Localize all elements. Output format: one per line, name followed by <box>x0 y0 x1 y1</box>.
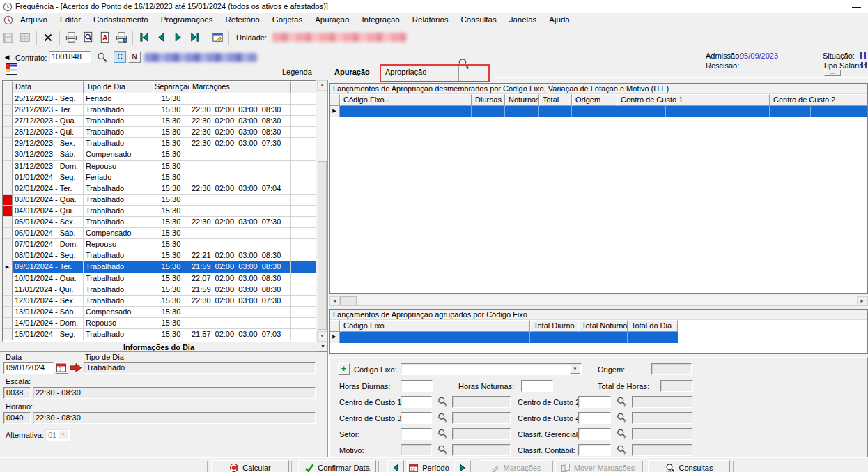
header-codigo-fixo[interactable]: Código Fixo ▵ <box>340 94 472 106</box>
header-codigo-fixo[interactable]: Código Fixo <box>340 320 530 332</box>
header-total-do-dia[interactable]: Total do Dia <box>628 320 678 332</box>
menu-consultas[interactable]: Consultas <box>455 13 503 26</box>
row-selector[interactable] <box>3 284 13 296</box>
horas-noturnas-input[interactable] <box>521 380 553 392</box>
search-icon[interactable]: ? <box>437 444 449 456</box>
codigo-fixo-select[interactable]: ▼ <box>401 363 582 375</box>
classif-contabil-input[interactable] <box>578 444 611 456</box>
day-grid-row[interactable]: 10/01/2024 - Qua.Trabalhado15:3022:07 02… <box>3 273 316 284</box>
scrollbar-thumb[interactable] <box>318 161 327 330</box>
classif-gerencial-input[interactable] <box>578 428 611 440</box>
centro-de-custo-2-input[interactable] <box>578 396 611 408</box>
scrollbar-thumb[interactable] <box>340 296 357 305</box>
header-data[interactable]: Data <box>13 81 84 93</box>
row-selector[interactable] <box>3 149 13 160</box>
calendar-button[interactable]: 7 <box>55 362 68 374</box>
selected-empty-row[interactable]: ▶ <box>330 106 867 117</box>
search-icon[interactable]: ? <box>616 396 628 408</box>
day-grid-row[interactable]: 06/01/2024 - Sáb.Compensado15:30 <box>3 228 316 239</box>
menu-gorjetas[interactable]: Gorjetas <box>266 13 309 26</box>
centro-de-custo-4-input[interactable] <box>578 412 611 424</box>
row-selector[interactable] <box>3 161 13 172</box>
day-grid-row[interactable]: 03/01/2024 - Qua.Trabalhado15:30 <box>3 195 316 206</box>
day-grid-row[interactable]: 04/01/2024 - Qui.Trabalhado15:30 <box>3 206 316 217</box>
row-red-marker[interactable] <box>3 195 13 206</box>
row-red-marker[interactable] <box>3 206 13 217</box>
n-button[interactable]: N <box>128 51 141 63</box>
header-diurnas[interactable]: Diurnas <box>472 94 505 106</box>
data-input[interactable]: 09/01/2024 <box>3 362 54 374</box>
row-selector[interactable] <box>3 217 13 228</box>
tab-apuracao[interactable]: Apuração <box>334 68 370 76</box>
contrato-input[interactable]: 1001848 <box>49 51 91 63</box>
row-selector[interactable] <box>3 138 13 149</box>
day-grid-row[interactable]: 07/01/2024 - Dom.Repouso15:30 <box>3 239 316 250</box>
menu-integração[interactable]: Integração <box>355 13 405 26</box>
day-grid-row[interactable]: 28/12/2023 - Qui.Trabalhado15:3022:30 02… <box>3 127 316 138</box>
header-total-diurno[interactable]: Total Diurno <box>530 320 578 332</box>
row-selector[interactable] <box>3 239 13 250</box>
day-grid-row[interactable]: 30/12/2023 - Sáb.Compensado15:30 <box>3 149 316 160</box>
header-noturnas[interactable]: Noturnas <box>505 94 539 106</box>
day-grid-scrollbar[interactable]: ▲ ▼ <box>317 80 327 342</box>
next-period-button[interactable] <box>454 460 471 472</box>
consultas-button[interactable]: Consultas <box>648 460 730 472</box>
header-separacao[interactable]: Separação <box>153 81 189 93</box>
calcular-button[interactable]: Calcular <box>211 460 289 472</box>
day-grid-row[interactable]: 11/01/2024 - Qui.Trabalhado15:3021:59 02… <box>3 284 316 296</box>
day-grid-row[interactable]: 31/12/2023 - Dom.Repouso15:30 <box>3 161 316 172</box>
menu-janelas[interactable]: Janelas <box>503 13 543 26</box>
day-grid-row[interactable]: 02/01/2024 - Ter.Trabalhado15:3022:30 02… <box>3 183 316 195</box>
delete-icon[interactable] <box>40 29 56 46</box>
day-grid-row[interactable]: 01/01/2024 - Seg.Feriado15:30 <box>3 172 316 183</box>
header-origem[interactable]: Origem <box>572 94 617 106</box>
row-selector[interactable] <box>3 116 13 127</box>
print-preview-icon[interactable] <box>79 29 96 46</box>
minimize-button[interactable] <box>852 7 861 8</box>
day-grid-row[interactable]: 05/01/2024 - Sex.Trabalhado15:3022:30 02… <box>3 217 316 228</box>
selected-empty-row[interactable]: ▶ <box>330 332 867 343</box>
search-icon[interactable]: ? <box>616 428 628 440</box>
scroll-right-icon[interactable]: ► <box>857 296 867 305</box>
scroll-up-icon[interactable]: ▲ <box>317 80 327 91</box>
row-selector[interactable] <box>3 183 13 195</box>
menu-relatórios[interactable]: Relatórios <box>406 13 455 26</box>
row-selector[interactable] <box>3 273 13 284</box>
color-legend-icon[interactable] <box>6 63 17 75</box>
day-grid-row[interactable]: 29/12/2023 - Sex.Trabalhado15:3022:30 02… <box>3 138 316 149</box>
search-icon[interactable]: ? <box>616 444 628 456</box>
last-record-icon[interactable] <box>186 29 203 46</box>
previous-contract-button[interactable]: ◀ <box>1 51 13 63</box>
header-centro-custo-1[interactable]: Centro de Custo 1 <box>617 94 770 106</box>
row-selector[interactable]: ▶ <box>3 261 13 273</box>
day-grid-row[interactable]: 25/12/2023 - Seg.Feriado15:30 <box>3 93 316 105</box>
previous-record-icon[interactable] <box>153 29 169 46</box>
browse-form-icon[interactable] <box>209 29 226 46</box>
centro-de-custo-3-input[interactable] <box>401 412 432 424</box>
first-record-icon[interactable] <box>136 29 153 46</box>
header-marcacoes[interactable]: Marcações <box>189 81 291 93</box>
search-icon[interactable]: ? <box>437 396 449 408</box>
collapse-panel-button[interactable]: ▼ <box>318 342 328 352</box>
alternativa-select[interactable]: 01 ▼ <box>45 429 70 441</box>
setor-input[interactable] <box>401 428 432 440</box>
header-total-noturno[interactable]: Total Noturno <box>578 320 628 332</box>
menu-cadastramento[interactable]: Cadastramento <box>87 13 155 26</box>
c-button[interactable]: C <box>114 51 126 63</box>
periodo-button[interactable]: 12 Período <box>407 460 451 472</box>
header-tipo-de-dia[interactable]: Tipo de Dia <box>84 81 153 93</box>
row-selector[interactable] <box>3 318 13 329</box>
row-selector[interactable] <box>3 127 13 138</box>
menu-editar[interactable]: Editar <box>54 13 87 26</box>
row-selector[interactable] <box>3 250 13 261</box>
day-grid-row[interactable]: 26/12/2023 - Ter.Trabalhado15:3022:30 02… <box>3 105 316 116</box>
day-grid-row[interactable]: 14/01/2024 - Dom.Repouso15:30 <box>3 318 316 329</box>
day-grid-row[interactable]: 15/01/2024 - Seg.Trabalhado15:3021:57 02… <box>3 329 316 340</box>
apply-date-arrow-icon[interactable] <box>70 363 82 372</box>
search-icon[interactable]: ? <box>437 412 449 424</box>
print-icon[interactable] <box>63 29 79 46</box>
add-button[interactable]: + <box>338 363 350 375</box>
day-grid-row[interactable]: 13/01/2024 - Sáb.Compensado15:30 <box>3 307 316 318</box>
day-grid-row[interactable]: 08/01/2024 - Seg.Trabalhado15:3022:21 02… <box>3 250 316 261</box>
day-grid-row[interactable]: ▶09/01/2024 - Ter.Trabalhado15:3021:59 0… <box>3 261 316 273</box>
